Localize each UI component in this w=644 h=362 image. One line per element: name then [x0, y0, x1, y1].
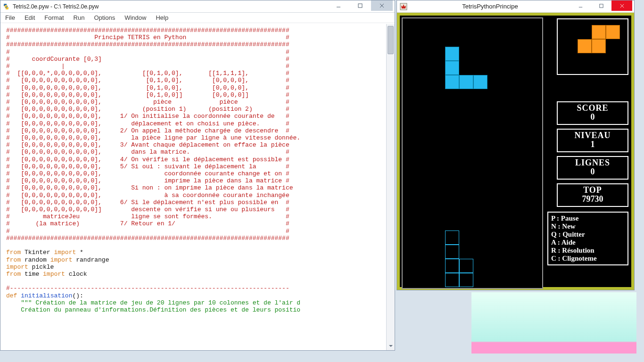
stat-value: 0: [558, 167, 627, 177]
tetromino-cell: [459, 75, 473, 89]
game-sidebar: SCORE 0 NIVEAU 1 LIGNES 0 TOP 79730: [545, 16, 631, 287]
idle-titlebar[interactable]: Tetris2.0e.pyw - C:\ Tetris2.0e.pyw: [0, 0, 395, 13]
vertical-scrollbar[interactable]: [386, 24, 395, 350]
help-panel: P : PauseN : NewQ : QuitterA : AideR : R…: [547, 212, 628, 265]
idle-window: Tetris2.0e.pyw - C:\ Tetris2.0e.pyw File…: [0, 0, 395, 351]
tetromino-cell: [473, 75, 487, 89]
game-titlebar[interactable]: TetrisPythonPrincipe: [397, 0, 634, 13]
scrollbar-thumb[interactable]: [388, 26, 394, 54]
close-button[interactable]: [611, 0, 632, 11]
menu-edit[interactable]: Edit: [25, 14, 35, 21]
stat-value: 0: [558, 112, 627, 122]
ghost-cell: [445, 273, 459, 287]
next-piece-preview: [557, 18, 628, 75]
svg-rect-1: [358, 4, 362, 8]
preview-cell: [606, 25, 620, 39]
minimize-button[interactable]: [570, 0, 591, 11]
stat-top: TOP 79730: [557, 183, 628, 207]
game-window-title: TetrisPythonPrincipe: [410, 3, 570, 10]
ghost-cell: [445, 230, 459, 245]
tetromino-cell: [445, 75, 459, 89]
ghost-cell: [445, 259, 459, 273]
ghost-cell: [445, 245, 459, 259]
idle-editor: ########################################…: [0, 24, 395, 350]
ghost-cell: [459, 259, 473, 273]
help-row: N : New: [551, 222, 625, 230]
background-window-strip: [471, 292, 636, 354]
stat-value: 79730: [558, 194, 627, 204]
stat-label: NIVEAU: [558, 131, 627, 140]
tetromino-cell: [445, 47, 459, 61]
help-row: P : Pause: [551, 214, 625, 222]
help-row: R : Résolution: [551, 247, 625, 255]
maximize-button[interactable]: [591, 0, 611, 11]
stat-niveau: NIVEAU 1: [557, 129, 628, 152]
ghost-cell: [459, 273, 473, 287]
menu-options[interactable]: Options: [94, 14, 115, 21]
tk-icon: [400, 3, 407, 10]
stat-score: SCORE 0: [557, 101, 628, 125]
stat-value: 1: [558, 140, 627, 149]
stat-label: SCORE: [558, 103, 627, 113]
preview-cell: [578, 39, 592, 53]
idle-menubar: File Edit Format Run Options Window Help: [0, 13, 395, 23]
help-row: A : Aide: [551, 239, 625, 247]
game-body: SCORE 0 NIVEAU 1 LIGNES 0 TOP 79730: [397, 13, 634, 290]
minimize-button[interactable]: [328, 0, 349, 11]
help-row: Q : Quitter: [551, 230, 625, 239]
preview-cell: [592, 39, 606, 53]
game-inner: SCORE 0 NIVEAU 1 LIGNES 0 TOP 79730: [400, 16, 631, 287]
idle-window-title: Tetris2.0e.pyw - C:\ Tetris2.0e.pyw: [13, 3, 328, 10]
stat-lignes: LIGNES 0: [557, 156, 628, 180]
scroll-down-arrow-icon[interactable]: [387, 342, 395, 350]
svg-rect-6: [599, 4, 603, 7]
tetris-playfield[interactable]: [402, 17, 543, 289]
menu-window[interactable]: Window: [124, 14, 146, 21]
game-window-wrapper: TetrisPythonPrincipe SCORE 0 NIVE: [396, 0, 635, 290]
python-idle-icon: [2, 3, 10, 10]
stat-label: TOP: [558, 185, 627, 195]
idle-window-controls: [328, 0, 393, 12]
menu-format[interactable]: Format: [44, 14, 64, 21]
preview-cell: [592, 25, 606, 39]
game-window: TetrisPythonPrincipe SCORE 0 NIVE: [396, 0, 635, 290]
menu-help[interactable]: Help: [156, 14, 168, 21]
help-row: C : Clignoteme: [551, 255, 625, 263]
menu-run[interactable]: Run: [74, 14, 85, 21]
stat-label: LIGNES: [558, 158, 627, 168]
maximize-button[interactable]: [349, 0, 371, 11]
menu-file[interactable]: File: [5, 14, 15, 21]
game-window-controls: [570, 0, 632, 12]
code-text-area[interactable]: ########################################…: [0, 24, 386, 350]
tetromino-cell: [445, 61, 459, 75]
close-button[interactable]: [371, 0, 393, 11]
